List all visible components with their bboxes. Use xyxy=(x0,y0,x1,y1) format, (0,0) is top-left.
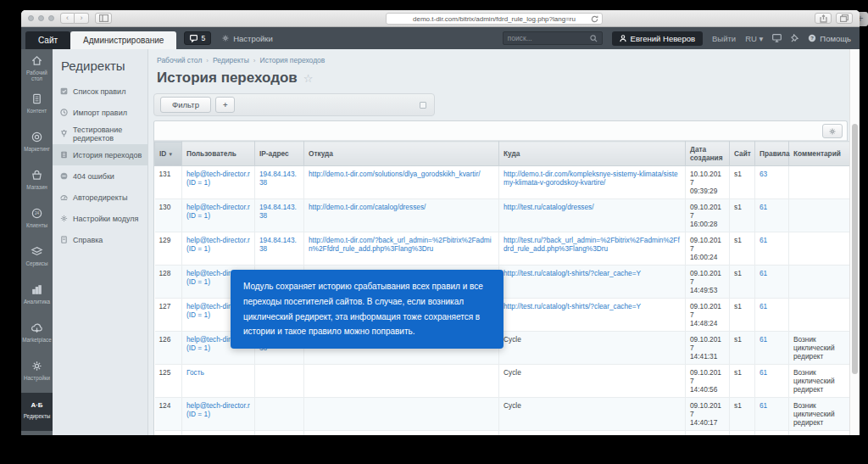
address-bar[interactable]: demo.t-dir.com/bitrix/admin/fdrd_rule_lo… xyxy=(386,13,603,25)
user-id-link[interactable]: (ID = 1) xyxy=(186,244,210,253)
filter-button[interactable]: Фильтр xyxy=(160,97,211,113)
user-link[interactable]: Гость xyxy=(186,368,204,377)
pin-icon[interactable] xyxy=(791,34,798,42)
column-header-date[interactable]: Дата создания xyxy=(686,142,730,166)
sidebar-item-marketing[interactable]: Маркетинг xyxy=(21,126,53,164)
breadcrumb-item[interactable]: Рабочий стол xyxy=(157,56,202,64)
from-url-link[interactable]: http://demo.t-dir.com/catalog/dresses/ xyxy=(309,203,426,211)
column-header-to[interactable]: Куда xyxy=(499,142,686,166)
refresh-icon[interactable] xyxy=(591,15,598,23)
user-id-link[interactable]: (ID = 1) xyxy=(186,310,210,319)
topbar-settings-button[interactable]: Настройки xyxy=(221,34,273,43)
ip-link[interactable]: 194.84.143.38 xyxy=(259,170,297,187)
user-id-link[interactable]: (ID = 1) xyxy=(186,410,210,418)
submenu-item[interactable]: Тестирование редиректов xyxy=(53,123,147,144)
tabs-overview-icon[interactable] xyxy=(836,13,853,24)
column-header-user[interactable]: Пользователь xyxy=(182,142,255,166)
sidebar-item-settings[interactable]: Настройки xyxy=(21,355,53,393)
user-link[interactable]: help@tech-director.ru xyxy=(186,170,250,178)
rule-link[interactable]: 61 xyxy=(760,269,767,277)
sidebar-item-marketplace[interactable]: Marketplace xyxy=(21,316,53,355)
user-id-link[interactable]: (ID = 1) xyxy=(186,344,210,352)
zoom-window-icon[interactable] xyxy=(48,15,54,21)
column-header-from[interactable]: Откуда xyxy=(304,142,499,166)
forward-button[interactable]: › xyxy=(75,13,89,24)
close-window-icon[interactable] xyxy=(28,15,34,21)
to-url-link[interactable]: http://demo.t-dir.com/kompleksnye-sistem… xyxy=(504,170,678,187)
ip-link[interactable]: 194.84.143.38 xyxy=(259,203,297,220)
user-link[interactable]: help@tech-director.ru xyxy=(186,434,250,435)
rule-link[interactable]: 63 xyxy=(760,170,767,178)
grid-settings-button[interactable] xyxy=(822,124,843,138)
rule-link[interactable]: 61 xyxy=(760,203,767,211)
minimize-window-icon[interactable] xyxy=(38,15,44,21)
language-selector[interactable]: RU ▾ xyxy=(745,34,763,43)
rule-link[interactable]: 61 xyxy=(760,302,767,310)
sidebar-toggle-icon[interactable] xyxy=(95,13,112,24)
column-header-comm[interactable]: Комментарий xyxy=(789,142,850,166)
add-filter-button[interactable]: + xyxy=(215,97,236,113)
user-link[interactable]: help@tech-director.ru xyxy=(186,203,250,211)
traffic-lights[interactable] xyxy=(28,15,54,21)
column-header-rule[interactable]: Правила xyxy=(755,142,789,166)
column-header-id[interactable]: ID▼ xyxy=(155,142,182,166)
sidebar-item-services[interactable]: Сервисы xyxy=(21,240,53,278)
table-row[interactable]: 131help@tech-director.ru(ID = 1)194.84.1… xyxy=(155,166,850,199)
notifications-button[interactable]: 5 xyxy=(184,31,211,45)
table-row[interactable]: 130help@tech-director.ru(ID = 1)194.84.1… xyxy=(155,199,850,232)
logout-link[interactable]: Выйти xyxy=(712,34,736,43)
user-id-link[interactable]: (ID = 1) xyxy=(186,277,210,286)
vertical-scrollbar[interactable] xyxy=(849,49,860,435)
column-header-site[interactable]: Сайт xyxy=(730,142,755,166)
help-button[interactable]: ? Помощь xyxy=(808,34,851,43)
ip-link[interactable]: 194.84.143.38 xyxy=(259,434,297,435)
submenu-item[interactable]: Справка xyxy=(53,229,147,250)
submenu-item[interactable]: История переходов xyxy=(53,144,147,165)
submenu-item[interactable]: 404 ошибки xyxy=(53,165,147,187)
submenu-item[interactable]: Список правил xyxy=(53,81,147,102)
to-url-link[interactable]: http://test.ru/catalog/t-shirts/?clear_c… xyxy=(504,269,641,277)
table-row[interactable]: 125ГостьCycle09.10.201714:40:56s161Возни… xyxy=(155,365,850,398)
to-url-link[interactable]: http://test.ru/catalog/dresses/ xyxy=(504,203,594,211)
sidebar-item-analytics[interactable]: Аналитика xyxy=(21,278,53,316)
breadcrumb-item[interactable]: История переходов xyxy=(260,56,326,64)
rule-link[interactable]: 61 xyxy=(760,434,767,435)
user-link[interactable]: help@tech-director.ru xyxy=(186,401,250,410)
tab-site[interactable]: Сайт xyxy=(25,31,70,49)
share-icon[interactable] xyxy=(815,13,832,24)
ip-link[interactable]: 194.84.143.38 xyxy=(259,236,297,253)
sidebar-item-store[interactable]: Магазин xyxy=(21,164,53,202)
submenu-item[interactable]: Авторедиректы xyxy=(53,187,147,208)
rule-link[interactable]: 61 xyxy=(760,335,767,344)
column-header-ip[interactable]: IP-адрес xyxy=(255,142,304,166)
table-row[interactable]: 124help@tech-director.ru(ID = 1)Cycle09.… xyxy=(155,398,850,431)
table-row[interactable]: 123help@tech-director.ru(ID = 1)194.84.1… xyxy=(155,431,850,436)
breadcrumb-item[interactable]: Редиректы xyxy=(213,56,249,64)
to-url-link[interactable]: http://test.ru/?back_url_admin=%2Fbitrix… xyxy=(504,236,680,253)
sidebar-item-content[interactable]: Контент xyxy=(21,87,53,126)
user-id-link[interactable]: (ID = 1) xyxy=(186,211,210,220)
scrollbar-thumb[interactable] xyxy=(852,124,858,374)
desktop-app-icon[interactable] xyxy=(772,34,782,42)
from-url-link[interactable]: http://demo.t-dir.com/?back_url_admin=%2… xyxy=(309,236,492,253)
favorite-star-icon[interactable]: ☆ xyxy=(303,72,314,85)
search-icon[interactable] xyxy=(590,35,598,42)
tab-administration[interactable]: Администрирование xyxy=(70,31,176,49)
sidebar-item-clients[interactable]: 24 Клиенты xyxy=(21,202,53,240)
user-link[interactable]: help@tech-director.ru xyxy=(186,236,250,244)
to-url-link[interactable]: http://test.ru/catalog/t-shirts/?clear_c… xyxy=(504,302,641,310)
search-input[interactable] xyxy=(508,34,590,42)
back-button[interactable]: ‹ xyxy=(60,13,75,24)
from-url-link[interactable]: http://test.ru/catalog/dresses/?clear_ca… xyxy=(309,434,449,435)
from-url-link[interactable]: http://demo.t-dir.com/solutions/dlya_gor… xyxy=(309,170,480,178)
user-id-link[interactable]: (ID = 1) xyxy=(186,178,210,187)
table-row[interactable]: 129help@tech-director.ru(ID = 1)194.84.1… xyxy=(155,232,850,266)
sidebar-item-home[interactable]: Рабочий стол xyxy=(21,49,53,87)
rule-link[interactable]: 61 xyxy=(760,401,767,410)
user-menu-button[interactable]: Евгений Неверов xyxy=(612,31,703,46)
filter-checkbox[interactable] xyxy=(420,102,426,109)
sidebar-item-ab[interactable]: А·Б Редиректы xyxy=(21,393,53,431)
rule-link[interactable]: 61 xyxy=(760,368,767,377)
submenu-item[interactable]: Настройки модуля xyxy=(53,208,147,229)
rule-link[interactable]: 61 xyxy=(760,236,767,244)
